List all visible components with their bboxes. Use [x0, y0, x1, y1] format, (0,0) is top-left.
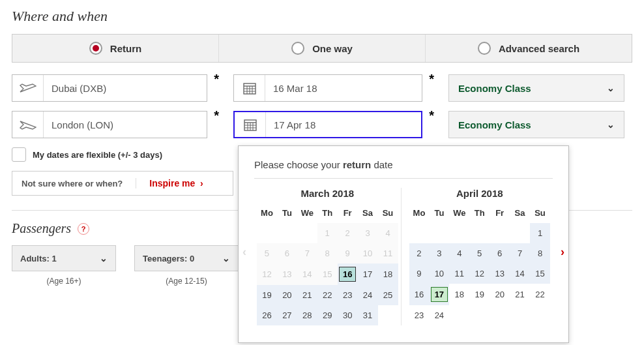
flexible-dates-label: My dates are flexible (+/- 3 days) [33, 150, 162, 160]
adults-value: Adults: 1 [20, 254, 57, 263]
calendar-day: 5 [257, 243, 277, 263]
calendar-day[interactable]: 17 [429, 284, 449, 305]
calendar-day: 13 [277, 263, 297, 285]
calendar-day[interactable]: 3 [429, 243, 449, 263]
calendar-day[interactable]: 7 [510, 243, 530, 263]
chevron-down-icon: ⌄ [222, 253, 230, 263]
calendar-day[interactable]: 8 [530, 243, 550, 263]
calendar-next-button[interactable]: › [561, 245, 564, 259]
calendar-day[interactable]: 23 [338, 285, 358, 305]
outbound-class-select[interactable]: Economy Class ⌄ [448, 74, 624, 102]
calendar-day[interactable]: 18 [449, 284, 469, 305]
class-value: Economy Class [458, 119, 531, 130]
calendar-day[interactable]: 15 [530, 263, 550, 284]
chevron-down-icon: ⌄ [100, 253, 108, 263]
adults-subtext: (Age 16+) [12, 277, 116, 286]
calendar-day[interactable]: 13 [490, 263, 510, 284]
calendar-day[interactable]: 27 [277, 305, 297, 325]
page-title: Where and when [12, 8, 632, 25]
calendar-day[interactable]: 16 [409, 284, 430, 305]
chevron-right-icon: › [198, 178, 203, 188]
to-airport-value: London (LON) [44, 119, 113, 130]
calendar-day[interactable]: 19 [257, 285, 277, 305]
date-picker-instruction: Please choose your return date [254, 159, 553, 179]
teenagers-subtext: (Age 12-15) [134, 277, 239, 286]
calendar-day[interactable]: 23 [409, 305, 430, 325]
class-value: Economy Class [458, 83, 531, 94]
trip-type-oneway[interactable]: One way [218, 35, 425, 62]
calendar-day: 8 [317, 243, 338, 263]
trip-type-toggle: Return One way Advanced search [12, 34, 632, 63]
calendar-day[interactable]: 24 [429, 305, 449, 325]
calendar-day[interactable]: 26 [257, 305, 277, 325]
calendar-icon [234, 75, 265, 101]
calendar-day[interactable]: 10 [429, 263, 449, 284]
calendar-day[interactable]: 24 [358, 285, 378, 305]
required-asterisk: * [429, 108, 434, 123]
return-date-value: 17 Apr 18 [266, 119, 315, 130]
calendar-day[interactable]: 29 [317, 305, 338, 325]
return-date-input[interactable]: 17 Apr 18 [233, 111, 422, 138]
calendar-day[interactable]: 2 [409, 243, 430, 263]
trip-type-label: Return [110, 43, 141, 54]
calendar-day[interactable]: 20 [490, 284, 510, 305]
to-airport-input[interactable]: London (LON) [12, 111, 207, 138]
teenagers-select[interactable]: Teenagers: 0 ⌄ [134, 245, 239, 271]
from-airport-input[interactable]: Dubai (DXB) [12, 74, 207, 102]
trip-type-return[interactable]: Return [12, 35, 218, 62]
help-icon[interactable]: ? [78, 223, 89, 235]
calendar-day[interactable]: 9 [409, 263, 430, 284]
calendar-day[interactable]: 6 [490, 243, 510, 263]
radio-checked-icon [89, 42, 102, 55]
depart-date-input[interactable]: 16 Mar 18 [233, 74, 422, 102]
calendar-day[interactable]: 1 [530, 223, 550, 243]
calendar-day[interactable]: 30 [338, 305, 358, 325]
calendar-day[interactable]: 18 [378, 263, 398, 285]
flexible-dates-checkbox[interactable] [12, 147, 26, 162]
calendar-day[interactable]: 12 [469, 263, 490, 284]
calendar-day[interactable]: 16 [338, 263, 358, 285]
calendar-day[interactable]: 19 [469, 284, 490, 305]
calendar-day[interactable]: 21 [510, 284, 530, 305]
radio-icon [291, 42, 304, 55]
calendar-day[interactable]: 22 [530, 284, 550, 305]
date-picker-popover: Please choose your return date ‹ › March… [238, 145, 569, 343]
calendar-day: 9 [338, 243, 358, 263]
inbound-class-select[interactable]: Economy Class ⌄ [448, 111, 624, 138]
calendar-month-right: April 2018 MoTuWeThFrSaSu123456789101112… [401, 188, 553, 325]
calendar-day[interactable]: 21 [297, 285, 317, 305]
required-asterisk: * [214, 108, 219, 123]
trip-type-advanced[interactable]: Advanced search [425, 35, 632, 62]
teenagers-value: Teenagers: 0 [143, 254, 194, 263]
calendar-day[interactable]: 22 [317, 285, 338, 305]
chevron-down-icon: ⌄ [607, 83, 615, 93]
calendar-day[interactable]: 4 [449, 243, 469, 263]
calendar-day[interactable]: 11 [449, 263, 469, 284]
calendar-day[interactable]: 5 [469, 243, 490, 263]
radio-icon [478, 42, 491, 55]
calendar-day: 12 [257, 263, 277, 285]
calendar-day[interactable]: 14 [510, 263, 530, 284]
calendar-month-left: March 2018 MoTuWeThFrSaSu123456789101112… [254, 188, 401, 325]
plane-takeoff-icon [12, 75, 44, 101]
calendar-day: 15 [317, 263, 338, 285]
calendar-day[interactable]: 20 [277, 285, 297, 305]
calendar-day[interactable]: 31 [358, 305, 378, 325]
from-airport-value: Dubai (DXB) [44, 83, 106, 94]
calendar-day[interactable]: 25 [378, 285, 398, 305]
calendar-day: 4 [378, 223, 398, 243]
calendar-icon [235, 112, 266, 137]
calendar-day[interactable]: 17 [358, 263, 378, 285]
calendar-prev-button[interactable]: ‹ [242, 245, 246, 259]
inspire-question: Not sure where or when? [22, 179, 123, 188]
depart-date-value: 16 Mar 18 [265, 83, 317, 94]
chevron-down-icon: ⌄ [607, 119, 615, 130]
adults-select[interactable]: Adults: 1 ⌄ [12, 245, 116, 271]
calendar-day: 11 [378, 243, 398, 263]
calendar-day: 14 [297, 263, 317, 285]
inspire-box: Not sure where or when? Inspire me › [12, 171, 233, 196]
calendar-day: 3 [358, 223, 378, 243]
inspire-me-link[interactable]: Inspire me › [136, 178, 203, 188]
calendar-day[interactable]: 28 [297, 305, 317, 325]
month-name: March 2018 [257, 188, 398, 199]
